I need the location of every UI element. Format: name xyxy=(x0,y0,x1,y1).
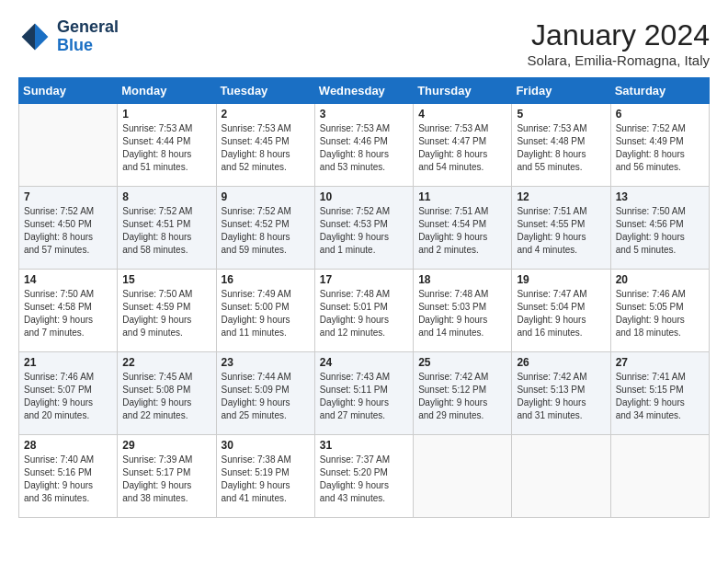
svg-marker-0 xyxy=(35,23,48,50)
week-row: 7Sunrise: 7:52 AM Sunset: 4:50 PM Daylig… xyxy=(19,187,710,270)
day-info: Sunrise: 7:46 AM Sunset: 5:05 PM Dayligh… xyxy=(616,288,704,339)
day-info: Sunrise: 7:50 AM Sunset: 4:59 PM Dayligh… xyxy=(122,288,210,339)
day-number: 5 xyxy=(517,108,605,121)
day-info: Sunrise: 7:44 AM Sunset: 5:09 PM Dayligh… xyxy=(222,371,310,422)
day-info: Sunrise: 7:53 AM Sunset: 4:47 PM Dayligh… xyxy=(418,122,506,174)
calendar-cell xyxy=(414,435,512,518)
calendar-cell: 16Sunrise: 7:49 AM Sunset: 5:00 PM Dayli… xyxy=(216,270,314,352)
day-info: Sunrise: 7:48 AM Sunset: 5:01 PM Dayligh… xyxy=(320,288,408,339)
calendar-cell: 27Sunrise: 7:41 AM Sunset: 5:15 PM Dayli… xyxy=(610,352,709,435)
day-number: 27 xyxy=(616,356,704,369)
day-number: 17 xyxy=(320,273,408,286)
day-info: Sunrise: 7:52 AM Sunset: 4:49 PM Dayligh… xyxy=(616,122,704,174)
calendar-cell: 10Sunrise: 7:52 AM Sunset: 4:53 PM Dayli… xyxy=(314,187,413,270)
day-number: 28 xyxy=(24,439,112,452)
week-row: 1Sunrise: 7:53 AM Sunset: 4:44 PM Daylig… xyxy=(19,104,710,187)
day-info: Sunrise: 7:37 AM Sunset: 5:20 PM Dayligh… xyxy=(320,454,408,505)
day-info: Sunrise: 7:53 AM Sunset: 4:45 PM Dayligh… xyxy=(222,122,310,174)
calendar-cell xyxy=(610,435,709,518)
calendar-cell: 3Sunrise: 7:53 AM Sunset: 4:46 PM Daylig… xyxy=(314,104,413,187)
logo-icon xyxy=(18,20,51,53)
day-number: 21 xyxy=(24,356,112,369)
day-info: Sunrise: 7:41 AM Sunset: 5:15 PM Dayligh… xyxy=(616,371,704,422)
day-info: Sunrise: 7:43 AM Sunset: 5:11 PM Dayligh… xyxy=(320,371,408,422)
calendar-cell: 17Sunrise: 7:48 AM Sunset: 5:01 PM Dayli… xyxy=(314,270,413,352)
day-number: 30 xyxy=(222,439,310,452)
day-number: 24 xyxy=(320,356,408,369)
title-area: January 2024 Solara, Emilia-Romagna, Ita… xyxy=(528,18,710,68)
day-number: 7 xyxy=(24,190,112,203)
day-info: Sunrise: 7:50 AM Sunset: 4:58 PM Dayligh… xyxy=(24,288,112,339)
calendar-cell: 18Sunrise: 7:48 AM Sunset: 5:03 PM Dayli… xyxy=(414,270,512,352)
calendar-cell: 4Sunrise: 7:53 AM Sunset: 4:47 PM Daylig… xyxy=(414,104,512,187)
calendar-cell: 30Sunrise: 7:38 AM Sunset: 5:19 PM Dayli… xyxy=(216,435,314,518)
day-number: 16 xyxy=(222,273,310,286)
day-number: 18 xyxy=(418,273,506,286)
calendar-cell: 24Sunrise: 7:43 AM Sunset: 5:11 PM Dayli… xyxy=(314,352,413,435)
day-info: Sunrise: 7:45 AM Sunset: 5:08 PM Dayligh… xyxy=(122,371,210,422)
day-info: Sunrise: 7:52 AM Sunset: 4:52 PM Dayligh… xyxy=(222,205,310,257)
day-info: Sunrise: 7:52 AM Sunset: 4:51 PM Dayligh… xyxy=(122,205,210,257)
day-number: 26 xyxy=(517,356,605,369)
header-row: SundayMondayTuesdayWednesdayThursdayFrid… xyxy=(19,78,710,104)
day-info: Sunrise: 7:40 AM Sunset: 5:16 PM Dayligh… xyxy=(24,454,112,505)
day-info: Sunrise: 7:42 AM Sunset: 5:13 PM Dayligh… xyxy=(517,371,605,422)
header: General Blue January 2024 Solara, Emilia… xyxy=(18,18,710,68)
calendar-cell xyxy=(19,104,118,187)
day-number: 31 xyxy=(320,439,408,452)
calendar-cell: 29Sunrise: 7:39 AM Sunset: 5:17 PM Dayli… xyxy=(118,435,216,518)
calendar-cell: 26Sunrise: 7:42 AM Sunset: 5:13 PM Dayli… xyxy=(512,352,610,435)
calendar-cell: 8Sunrise: 7:52 AM Sunset: 4:51 PM Daylig… xyxy=(118,187,216,270)
calendar-cell: 12Sunrise: 7:51 AM Sunset: 4:55 PM Dayli… xyxy=(512,187,610,270)
logo: General Blue xyxy=(18,18,119,55)
day-info: Sunrise: 7:48 AM Sunset: 5:03 PM Dayligh… xyxy=(418,288,506,339)
day-info: Sunrise: 7:49 AM Sunset: 5:00 PM Dayligh… xyxy=(222,288,310,339)
day-number: 13 xyxy=(616,190,704,203)
calendar-cell: 21Sunrise: 7:46 AM Sunset: 5:07 PM Dayli… xyxy=(19,352,118,435)
day-info: Sunrise: 7:52 AM Sunset: 4:53 PM Dayligh… xyxy=(320,205,408,257)
calendar-cell: 1Sunrise: 7:53 AM Sunset: 4:44 PM Daylig… xyxy=(118,104,216,187)
day-header-wednesday: Wednesday xyxy=(314,78,413,104)
svg-marker-1 xyxy=(22,23,35,50)
day-number: 9 xyxy=(222,190,310,203)
calendar-cell: 13Sunrise: 7:50 AM Sunset: 4:56 PM Dayli… xyxy=(610,187,709,270)
calendar-cell: 15Sunrise: 7:50 AM Sunset: 4:59 PM Dayli… xyxy=(118,270,216,352)
week-row: 28Sunrise: 7:40 AM Sunset: 5:16 PM Dayli… xyxy=(19,435,710,518)
day-number: 12 xyxy=(517,190,605,203)
day-number: 15 xyxy=(122,273,210,286)
location-title: Solara, Emilia-Romagna, Italy xyxy=(528,52,710,68)
day-number: 10 xyxy=(320,190,408,203)
calendar-cell: 22Sunrise: 7:45 AM Sunset: 5:08 PM Dayli… xyxy=(118,352,216,435)
calendar-cell: 6Sunrise: 7:52 AM Sunset: 4:49 PM Daylig… xyxy=(610,104,709,187)
calendar-cell: 28Sunrise: 7:40 AM Sunset: 5:16 PM Dayli… xyxy=(19,435,118,518)
day-number: 2 xyxy=(222,108,310,121)
calendar-cell: 25Sunrise: 7:42 AM Sunset: 5:12 PM Dayli… xyxy=(414,352,512,435)
day-number: 23 xyxy=(222,356,310,369)
calendar-cell: 2Sunrise: 7:53 AM Sunset: 4:45 PM Daylig… xyxy=(216,104,314,187)
day-info: Sunrise: 7:53 AM Sunset: 4:44 PM Dayligh… xyxy=(122,122,210,174)
day-info: Sunrise: 7:46 AM Sunset: 5:07 PM Dayligh… xyxy=(24,371,112,422)
calendar-cell: 11Sunrise: 7:51 AM Sunset: 4:54 PM Dayli… xyxy=(414,187,512,270)
calendar-cell: 31Sunrise: 7:37 AM Sunset: 5:20 PM Dayli… xyxy=(314,435,413,518)
day-number: 6 xyxy=(616,108,704,121)
month-title: January 2024 xyxy=(528,18,710,52)
day-info: Sunrise: 7:39 AM Sunset: 5:17 PM Dayligh… xyxy=(122,454,210,505)
day-header-tuesday: Tuesday xyxy=(216,78,314,104)
calendar-cell: 9Sunrise: 7:52 AM Sunset: 4:52 PM Daylig… xyxy=(216,187,314,270)
day-info: Sunrise: 7:38 AM Sunset: 5:19 PM Dayligh… xyxy=(222,454,310,505)
day-info: Sunrise: 7:47 AM Sunset: 5:04 PM Dayligh… xyxy=(517,288,605,339)
week-row: 14Sunrise: 7:50 AM Sunset: 4:58 PM Dayli… xyxy=(19,270,710,352)
day-number: 22 xyxy=(122,356,210,369)
day-number: 20 xyxy=(616,273,704,286)
day-number: 29 xyxy=(122,439,210,452)
day-info: Sunrise: 7:51 AM Sunset: 4:54 PM Dayligh… xyxy=(418,205,506,257)
day-info: Sunrise: 7:52 AM Sunset: 4:50 PM Dayligh… xyxy=(24,205,112,257)
day-info: Sunrise: 7:53 AM Sunset: 4:48 PM Dayligh… xyxy=(517,122,605,174)
day-header-friday: Friday xyxy=(512,78,610,104)
calendar-cell: 23Sunrise: 7:44 AM Sunset: 5:09 PM Dayli… xyxy=(216,352,314,435)
calendar-cell xyxy=(512,435,610,518)
day-header-saturday: Saturday xyxy=(610,78,709,104)
day-number: 1 xyxy=(122,108,210,121)
calendar-cell: 14Sunrise: 7:50 AM Sunset: 4:58 PM Dayli… xyxy=(19,270,118,352)
day-number: 8 xyxy=(122,190,210,203)
